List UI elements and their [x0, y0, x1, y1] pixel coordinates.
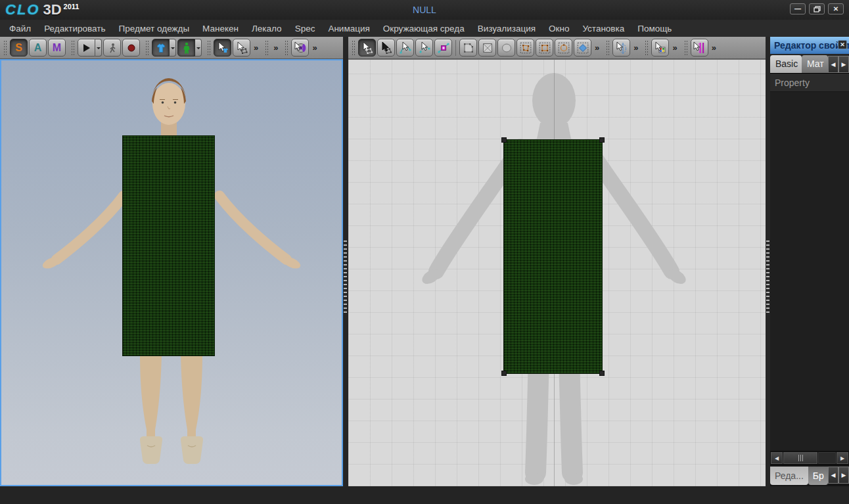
cursor-palette-icon: [654, 41, 667, 55]
toolbar-grip[interactable]: [606, 40, 610, 56]
panel-header[interactable]: Редактор свойств ✕: [770, 37, 849, 54]
show-garment-button[interactable]: [152, 39, 170, 57]
menu-avatar[interactable]: Манекен: [196, 22, 245, 35]
title-bar: CLO 3D 2011 NULL — ✕: [0, 0, 849, 20]
texture-tool[interactable]: [651, 39, 669, 57]
menu-render[interactable]: Визуализация: [471, 22, 542, 35]
overflow-chevron[interactable]: »: [631, 43, 639, 53]
viewport-splitter[interactable]: [343, 37, 348, 486]
render-tool[interactable]: [291, 39, 309, 57]
menu-edit[interactable]: Редактировать: [37, 22, 112, 35]
left-column: S A M: [0, 37, 343, 486]
menu-environment[interactable]: Окружающая среда: [377, 22, 471, 35]
play-icon: [81, 43, 92, 53]
edit-curve-tool[interactable]: [396, 39, 414, 57]
viewport-2d[interactable]: [348, 59, 766, 486]
tab-basic[interactable]: Basic: [770, 55, 802, 73]
cursor-select-icon: [361, 41, 374, 55]
mode-animation-button[interactable]: A: [29, 39, 47, 57]
scrollbar-right-button[interactable]: ▶: [837, 452, 848, 464]
create-rectangle-tool[interactable]: [478, 39, 496, 57]
select-garment-tool[interactable]: [214, 39, 231, 57]
tab-scroll-right-button[interactable]: ▶: [838, 56, 849, 73]
panel-scrollbar: ◀ ▶: [770, 451, 849, 465]
show-garment-dropdown[interactable]: [170, 39, 176, 57]
overflow-chevron[interactable]: »: [252, 43, 260, 53]
menu-window[interactable]: Окно: [542, 22, 576, 35]
play-button[interactable]: [78, 39, 95, 57]
menu-help[interactable]: Помощь: [631, 22, 678, 35]
splitter-grip-icon: [344, 241, 347, 313]
menu-spec[interactable]: Spec: [288, 22, 322, 35]
dart-circle-tool[interactable]: [555, 39, 572, 57]
add-point-icon: [437, 41, 450, 55]
scrollbar-left-button[interactable]: ◀: [771, 452, 783, 464]
ellipse-edit-tool[interactable]: [612, 39, 630, 57]
cursor-transform-icon: [235, 41, 248, 55]
pattern-corner-handle[interactable]: [599, 137, 605, 143]
menu-settings[interactable]: Установка: [576, 22, 631, 35]
menu-garment[interactable]: Предмет одежды: [112, 22, 196, 35]
move-pattern-tool[interactable]: [377, 39, 395, 57]
pattern-corner-handle[interactable]: [599, 371, 605, 376]
seam-tool[interactable]: [691, 39, 708, 57]
polygon-icon: [463, 42, 474, 54]
toolbar-grip[interactable]: [684, 40, 688, 56]
tab-scroll-left-button[interactable]: ◀: [828, 56, 838, 73]
transform-garment-tool[interactable]: [233, 39, 250, 57]
show-avatar-button[interactable]: [177, 39, 195, 57]
show-avatar-dropdown[interactable]: [195, 39, 202, 57]
dart-rectangle-tool[interactable]: [536, 39, 553, 57]
scrollbar-track[interactable]: [818, 452, 836, 464]
select-pattern-tool[interactable]: [358, 39, 376, 57]
bottom-tab-editor[interactable]: Реда...: [770, 467, 808, 485]
menu-animation[interactable]: Анимация: [321, 22, 376, 35]
toolbar-separator: [455, 40, 456, 56]
create-circle-tool[interactable]: [497, 39, 515, 57]
bottom-tab-scroll-right-button[interactable]: ▶: [838, 467, 849, 484]
create-polygon-tool[interactable]: [459, 39, 477, 57]
pattern-corner-handle[interactable]: [501, 137, 507, 143]
render-group: »: [283, 39, 320, 57]
garment-panel-2d[interactable]: [503, 139, 603, 374]
edit-curve-point-tool[interactable]: [415, 39, 433, 57]
garment-select-group: »: [205, 39, 262, 57]
toolbar-grip[interactable]: [207, 40, 211, 56]
minimize-button[interactable]: —: [790, 3, 806, 14]
mode-measure-button[interactable]: M: [48, 39, 66, 57]
close-button[interactable]: ✕: [828, 3, 844, 14]
panel-splitter[interactable]: [766, 37, 770, 486]
menu-pattern[interactable]: Лекало: [245, 22, 288, 35]
mode-simulation-button[interactable]: S: [10, 39, 28, 57]
menu-file[interactable]: Файл: [3, 22, 37, 35]
overflow-chevron[interactable]: »: [670, 43, 678, 53]
garment-panel-3d[interactable]: [122, 135, 215, 356]
pattern-corner-handle[interactable]: [501, 371, 507, 376]
overflow-chevron[interactable]: »: [710, 43, 718, 53]
toolbar-grip[interactable]: [285, 40, 288, 56]
panel-close-button[interactable]: ✕: [838, 40, 847, 49]
logo-year-text: 2011: [64, 3, 80, 11]
toolbar-grip[interactable]: [3, 40, 7, 56]
scrollbar-thumb[interactable]: [783, 452, 817, 464]
toolbar-grip[interactable]: [352, 40, 356, 56]
bottom-tab-scroll-left-button[interactable]: ◀: [828, 467, 838, 484]
viewport-3d[interactable]: [0, 59, 343, 486]
toolbar-grip[interactable]: [71, 40, 75, 56]
add-point-tool[interactable]: [434, 39, 452, 57]
record-button[interactable]: [122, 39, 140, 57]
tab-material[interactable]: Мат: [802, 55, 828, 73]
overflow-chevron[interactable]: »: [310, 43, 318, 53]
play-dropdown[interactable]: [95, 39, 102, 57]
dart-diamond-tool[interactable]: [574, 39, 591, 57]
dart-polygon-tool[interactable]: [516, 39, 534, 57]
bottom-tab-browser[interactable]: Бр: [808, 467, 828, 485]
show-group: [143, 39, 204, 57]
walk-button[interactable]: [103, 39, 121, 57]
restore-button[interactable]: [809, 3, 825, 14]
toolbar-grip[interactable]: [145, 40, 149, 56]
toolbar-grip[interactable]: [265, 40, 269, 56]
overflow-chevron[interactable]: »: [593, 43, 601, 53]
overflow-chevron[interactable]: »: [271, 43, 279, 53]
toolbar-grip[interactable]: [645, 40, 649, 56]
